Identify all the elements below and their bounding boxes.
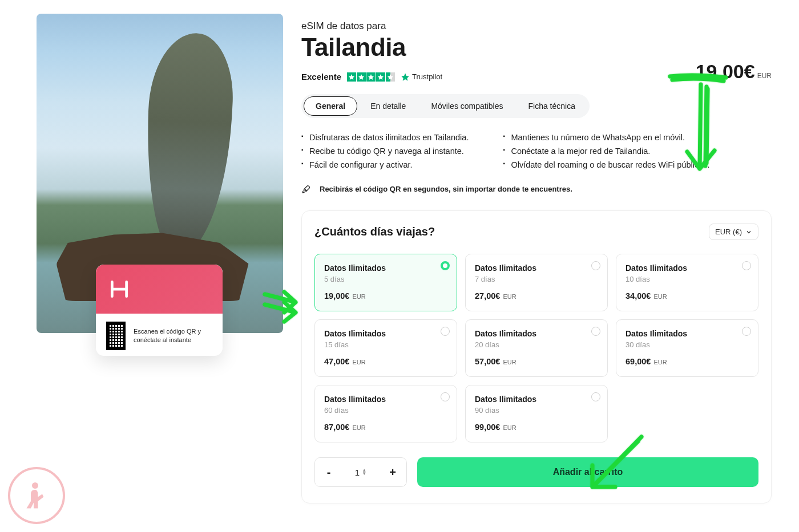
- plan-card-price: 57,00€ EUR: [475, 357, 598, 366]
- plan-card-name: Datos Ilimitados: [475, 329, 598, 338]
- qr-card-header: [96, 265, 223, 314]
- radio-icon: [742, 261, 751, 270]
- star-icon: [376, 72, 385, 82]
- plan-card-days: 15 días: [324, 340, 447, 349]
- product-tabs: General En detalle Móviles compatibles F…: [301, 94, 590, 118]
- plan-card-days: 5 días: [324, 275, 447, 283]
- plan-card-price: 34,00€ EUR: [626, 291, 749, 300]
- radio-icon: [591, 261, 600, 270]
- plan-card-days: 90 días: [475, 406, 598, 415]
- star-icon: [366, 72, 376, 82]
- qr-code-icon: [106, 322, 126, 350]
- radio-icon: [441, 261, 450, 270]
- radio-icon: [441, 392, 450, 401]
- features-left: Disfrutaras de datos ilimitados en Taila…: [301, 131, 469, 172]
- radio-icon: [742, 327, 751, 336]
- plan-selector-panel: ¿Cuántos días viajas? EUR (€) Datos Ilim…: [301, 210, 772, 503]
- add-to-cart-button[interactable]: Añadir al carrito: [417, 457, 758, 487]
- plan-card[interactable]: Datos Ilimitados5 días19,00€ EUR: [314, 254, 457, 311]
- currency-select-label: EUR (€): [715, 228, 742, 236]
- plan-card-price: 27,00€ EUR: [475, 291, 598, 300]
- feature-item: Fácil de configurar y activar.: [301, 158, 469, 172]
- plan-card[interactable]: Datos Ilimitados30 días69,00€ EUR: [616, 319, 758, 377]
- radio-icon: [591, 392, 600, 401]
- star-icon: [357, 72, 366, 82]
- radio-icon: [441, 327, 450, 336]
- star-icon: [347, 72, 356, 82]
- currency-select[interactable]: EUR (€): [709, 224, 758, 240]
- quantity-stepper: - 1 ▲▼ +: [314, 457, 407, 487]
- brand-logo-icon: [108, 278, 130, 300]
- trustpilot-star-icon: [401, 72, 410, 82]
- plan-card-days: 30 días: [626, 340, 749, 349]
- plan-card-name: Datos Ilimitados: [324, 395, 447, 404]
- feature-item: Disfrutaras de datos ilimitados en Taila…: [301, 131, 469, 144]
- plan-card[interactable]: Datos Ilimitados60 días87,00€ EUR: [314, 385, 457, 442]
- plan-card-days: 60 días: [324, 406, 447, 415]
- quantity-decrement-button[interactable]: -: [315, 458, 342, 486]
- plan-card[interactable]: Datos Ilimitados10 días34,00€ EUR: [616, 254, 758, 311]
- qr-info-card: Escanea el código QR y conéctate al inst…: [96, 265, 223, 356]
- plan-card-price: 19,00€ EUR: [324, 291, 447, 300]
- svg-point-0: [32, 482, 38, 489]
- feature-item: Recibe tu código QR y navega al instante…: [301, 144, 469, 158]
- plan-card-name: Datos Ilimitados: [626, 263, 749, 273]
- price-currency: EUR: [757, 72, 772, 80]
- feature-item: Olvídate del roaming o de buscar redes W…: [503, 158, 709, 172]
- chevron-down-icon: [745, 229, 752, 235]
- qr-delivery-note: Recibirás el código QR en segundos, sin …: [301, 184, 598, 194]
- product-price: 19,00€ EUR: [696, 60, 772, 83]
- trustpilot-link[interactable]: Trustpilot: [401, 72, 442, 82]
- plan-card-price: 87,00€ EUR: [324, 423, 447, 432]
- quantity-value: 1 ▲▼: [342, 468, 379, 477]
- plan-card[interactable]: Datos Ilimitados7 días27,00€ EUR: [465, 254, 608, 311]
- plan-grid: Datos Ilimitados5 días19,00€ EURDatos Il…: [314, 254, 758, 442]
- quantity-increment-button[interactable]: +: [379, 458, 406, 486]
- plan-card-name: Datos Ilimitados: [324, 263, 447, 273]
- star-half-icon: [386, 72, 395, 82]
- qr-card-text: Escanea el código QR y conéctate al inst…: [134, 327, 212, 344]
- qr-note-text: Recibirás el código QR en segundos, sin …: [320, 184, 572, 194]
- features-right: Mantienes tu número de WhatsApp en el mó…: [503, 131, 709, 172]
- plan-card[interactable]: Datos Ilimitados20 días57,00€ EUR: [465, 319, 608, 377]
- plan-card-name: Datos Ilimitados: [324, 329, 447, 338]
- price-amount: 19,00€: [696, 60, 755, 83]
- plan-card-days: 10 días: [626, 275, 749, 283]
- feature-item: Mantienes tu número de WhatsApp en el mó…: [503, 131, 709, 144]
- plan-card-name: Datos Ilimitados: [626, 329, 749, 338]
- plan-card-name: Datos Ilimitados: [475, 395, 598, 404]
- tab-tech-sheet[interactable]: Ficha técnica: [516, 96, 587, 116]
- plan-card[interactable]: Datos Ilimitados90 días99,00€ EUR: [465, 385, 608, 442]
- plan-card-price: 47,00€ EUR: [324, 357, 447, 366]
- plan-card-days: 7 días: [475, 275, 598, 283]
- feature-item: Conéctate a la mejor red de Tailandia.: [503, 144, 709, 158]
- plan-card-price: 99,00€ EUR: [475, 423, 598, 432]
- product-title: Tailandia: [301, 33, 772, 62]
- plan-card[interactable]: Datos Ilimitados15 días47,00€ EUR: [314, 319, 457, 377]
- plan-card-name: Datos Ilimitados: [475, 263, 598, 273]
- tab-compatible-phones[interactable]: Móviles compatibles: [419, 96, 515, 116]
- plan-card-days: 20 días: [475, 340, 598, 349]
- trustpilot-stars: [347, 72, 395, 82]
- tab-general[interactable]: General: [304, 96, 357, 116]
- product-pretitle: eSIM de datos para: [301, 21, 772, 32]
- rating-label: Excelente: [301, 72, 341, 82]
- plan-heading: ¿Cuántos días viajas?: [314, 225, 435, 238]
- watermark-badge: [8, 467, 65, 524]
- rocket-icon: [301, 184, 312, 194]
- tab-detail[interactable]: En detalle: [358, 96, 418, 116]
- plan-card-price: 69,00€ EUR: [626, 357, 749, 366]
- quantity-spinner-icon[interactable]: ▲▼: [362, 469, 366, 476]
- radio-icon: [591, 327, 600, 336]
- quantity-number: 1: [355, 468, 360, 477]
- trustpilot-label: Trustpilot: [412, 72, 442, 81]
